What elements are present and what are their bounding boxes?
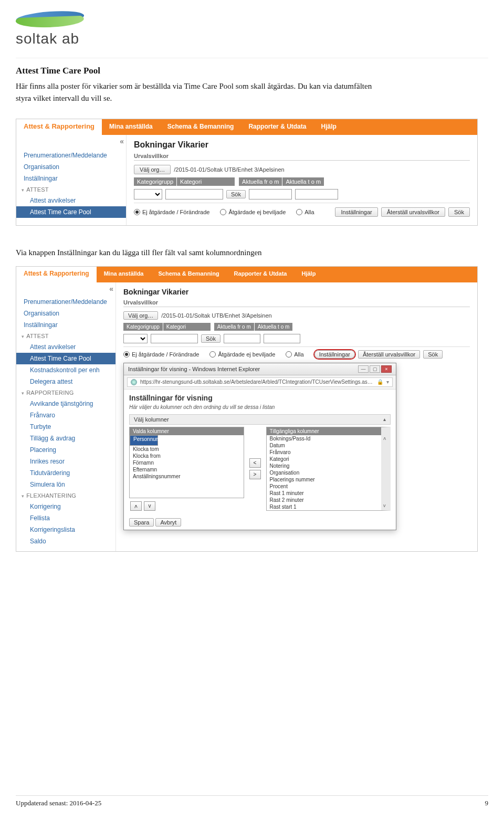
list-item[interactable]: Rast 2 minuter (267, 497, 382, 503)
radio2-alla[interactable]: Alla (286, 351, 303, 358)
aterstall-button[interactable]: Återställ urvalsvillkor (381, 207, 445, 217)
left-rail: « Prenumerationer/Meddelande Organisatio… (16, 135, 127, 225)
dropdown-icon[interactable]: ▾ (386, 379, 389, 385)
kategori-input[interactable] (165, 189, 223, 199)
s2-tidutvardering[interactable]: Tidutvärdering (16, 467, 116, 479)
pane-subhead: Urvalsvillkor (134, 153, 470, 161)
nav2-mina[interactable]: Mina anställda (97, 267, 151, 282)
move-down-button[interactable]: v (144, 501, 155, 511)
radio-ej-atgardade[interactable]: Ej åtgärdade / Förändrade (134, 209, 209, 215)
s2-franvaro[interactable]: Frånvaro (16, 409, 116, 421)
window-maximize-icon[interactable]: ▢ (370, 365, 380, 373)
list-item[interactable]: Rast 1 minuter (267, 490, 382, 497)
s2-saldo[interactable]: Saldo (16, 535, 116, 547)
scroll-up-icon[interactable]: ʌ (383, 436, 390, 441)
list-item[interactable]: Efternamn (130, 466, 244, 473)
list-item[interactable]: Datum (267, 442, 382, 449)
list-item[interactable]: Frånvaro (267, 449, 382, 456)
collapse-icon-2[interactable]: « (109, 285, 113, 293)
valj-org-button-2[interactable]: Välj org… (123, 311, 158, 320)
move-right-button[interactable]: > (249, 470, 261, 479)
available-columns-listbox[interactable]: Tillgängliga kolumner Boknings/Pass-Id D… (266, 427, 391, 511)
aterstall-2[interactable]: Återställ urvalsvillkor (358, 350, 420, 359)
list-item[interactable]: Placerings nummer (267, 476, 382, 483)
window-close-icon[interactable]: × (381, 365, 392, 373)
screenshot-1: Attest & Rapportering Mina anställda Sch… (16, 119, 478, 226)
list-item[interactable]: Anställningsnummer (130, 473, 244, 480)
s2-avvikande[interactable]: Avvikande tjänstgöring (16, 398, 116, 409)
scroll-down-icon[interactable]: v (383, 503, 390, 508)
sidebar-item-organisation[interactable]: Organisation (16, 161, 126, 173)
popup-section-bar[interactable]: Välj kolumner ▴ (129, 414, 391, 425)
list-item[interactable]: Procent (267, 483, 382, 490)
s2-turbyte[interactable]: Turbyte (16, 421, 116, 433)
popup-titlebar[interactable]: Inställningar för visning - Windows Inte… (124, 363, 396, 375)
list-item[interactable]: Boknings/Pass-Id (267, 435, 382, 442)
kat-grupp-select-2[interactable] (123, 334, 148, 343)
nav2-schema[interactable]: Schema & Bemanning (151, 267, 226, 282)
s2-inrikes[interactable]: Inrikes resor (16, 456, 116, 467)
s2-placering[interactable]: Placering (16, 444, 116, 456)
sok-kategori-button[interactable]: Sök (226, 190, 246, 198)
kat-input-2[interactable] (151, 334, 198, 343)
radio-atgardade-ej-beviljade[interactable]: Åtgärdade ej beviljade (220, 209, 286, 215)
tom-date-input[interactable] (295, 189, 338, 199)
org-crumb-2: /2015-01-01/Soltak UTB/Enhet 3/Apelsinen (161, 312, 271, 319)
installningar-button[interactable]: Inställningar (335, 207, 377, 217)
s2-attest-tcp[interactable]: Attest Time Care Pool (16, 353, 116, 364)
s2-attest-avvikelser[interactable]: Attest avvikelser (16, 341, 116, 353)
kategorigrupp-select[interactable] (134, 189, 162, 199)
list-item[interactable]: Klocka from (130, 453, 244, 459)
s2-prenumerationer[interactable]: Prenumerationer/Meddelande (16, 296, 116, 308)
from-date-input[interactable] (249, 189, 292, 199)
s2-korrigering[interactable]: Korrigering (16, 501, 116, 512)
sok-2[interactable]: Sök (423, 350, 443, 359)
s2-kostnadskontroll[interactable]: Kostnadskontroll per enh (16, 364, 116, 376)
nav-hjalp[interactable]: Hjälp (313, 119, 343, 135)
list-item[interactable]: Notering (267, 462, 382, 469)
sidebar-item-attest-tcp[interactable]: Attest Time Care Pool (16, 206, 126, 218)
list-item[interactable]: Förnamn (130, 459, 244, 466)
from-2[interactable] (224, 334, 260, 343)
nav2-hjalp[interactable]: Hjälp (294, 267, 323, 282)
s2-tillagg[interactable]: Tillägg & avdrag (16, 433, 116, 444)
valj-org-button[interactable]: Välj org… (134, 165, 171, 174)
avbryt-button[interactable]: Avbryt (155, 518, 181, 527)
move-up-button[interactable]: ʌ (130, 501, 142, 511)
selected-columns-listbox[interactable]: Valda kolumner Personnummer Klocka tom K… (129, 427, 244, 498)
s2-simulera[interactable]: Simulera lön (16, 479, 116, 490)
nav2-rapporter[interactable]: Rapporter & Utdata (227, 267, 295, 282)
sidebar-group-attest[interactable]: ATTEST (16, 184, 126, 195)
nav-schema-bemanning[interactable]: Schema & Bemanning (160, 119, 242, 135)
s2-organisation[interactable]: Organisation (16, 308, 116, 319)
s2-installningar[interactable]: Inställningar (16, 319, 116, 331)
sidebar-item-installningar[interactable]: Inställningar (16, 173, 126, 184)
collapse-icon[interactable]: « (120, 137, 124, 145)
sidebar-item-attest-avvikelser[interactable]: Attest avvikelser (16, 195, 126, 206)
spara-button[interactable]: Spara (129, 518, 154, 527)
s2-korrigeringslista[interactable]: Korrigeringslista (16, 524, 116, 535)
list-item[interactable]: Klocka tom (130, 446, 244, 453)
radio2-agej[interactable]: Åtgärdade ej beviljade (209, 351, 275, 358)
list-item[interactable]: Kategori (267, 456, 382, 462)
s2-delegera[interactable]: Delegera attest (16, 376, 116, 387)
nav-rapporter-utdata[interactable]: Rapporter & Utdata (241, 119, 313, 135)
tom-2[interactable] (264, 334, 300, 343)
available-columns-header: Tillgängliga kolumner (267, 427, 382, 435)
list-item[interactable]: Personnummer (130, 435, 158, 446)
nav-mina-anstallda[interactable]: Mina anställda (102, 119, 160, 135)
s2-group-rapportering[interactable]: RAPPORTERING (16, 387, 116, 398)
s2-group-attest[interactable]: ATTEST (16, 331, 116, 341)
list-item[interactable]: Organisation (267, 469, 382, 476)
window-minimize-icon[interactable]: — (358, 365, 369, 373)
move-left-button[interactable]: < (249, 458, 261, 468)
installningar-button-highlighted[interactable]: Inställningar (314, 350, 355, 359)
radio2-ej[interactable]: Ej åtgärdade / Förändrade (123, 351, 199, 358)
sidebar-item-prenumerationer[interactable]: Prenumerationer/Meddelande (16, 150, 126, 161)
sok-kat-2[interactable]: Sök (201, 334, 220, 343)
sok-button[interactable]: Sök (448, 207, 470, 217)
s2-fellista[interactable]: Fellista (16, 512, 116, 524)
list-item[interactable]: Rast start 1 (267, 503, 382, 510)
radio-alla[interactable]: Alla (296, 209, 314, 215)
s2-group-flex[interactable]: FLEXHANTERING (16, 490, 116, 501)
